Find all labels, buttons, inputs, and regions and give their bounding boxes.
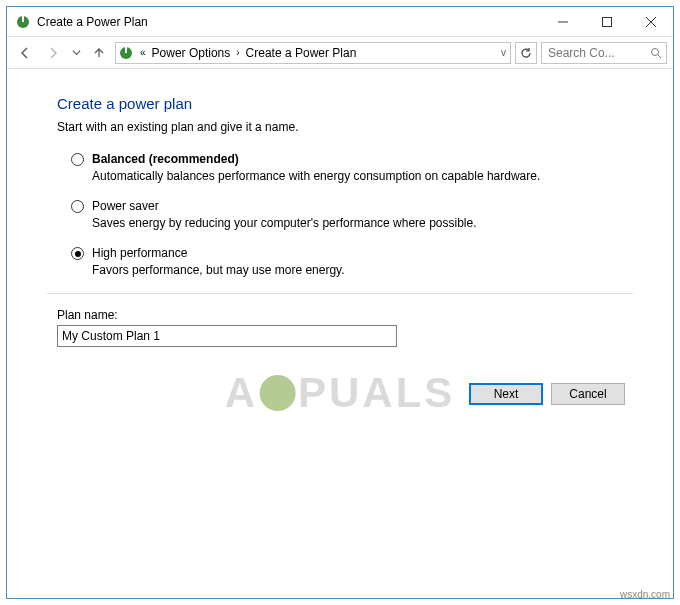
search-box[interactable] [541,42,667,64]
radio-high-performance[interactable] [71,247,84,260]
plan-title-balanced[interactable]: Balanced (recommended) [92,152,239,166]
window-title: Create a Power Plan [37,15,541,29]
plan-desc-high-performance: Favors performance, but may use more ene… [92,263,633,277]
svg-rect-3 [603,17,612,26]
navigation-bar: « Power Options › Create a Power Plan v [7,37,673,69]
address-dropdown-icon[interactable]: v [501,47,506,58]
search-icon [650,47,662,59]
power-options-icon [15,14,31,30]
page-heading: Create a power plan [57,95,633,112]
forward-button[interactable] [41,41,65,65]
cancel-button[interactable]: Cancel [551,383,625,405]
next-button[interactable]: Next [469,383,543,405]
recent-locations-button[interactable] [69,46,83,60]
window-controls [541,7,673,36]
refresh-button[interactable] [515,42,537,64]
footer-attribution: wsxdn.com [620,589,670,600]
content-area: A PUALS Create a power plan Start with a… [7,69,673,598]
radio-balanced[interactable] [71,153,84,166]
breadcrumb-power-options[interactable]: Power Options [152,46,231,60]
page-subheading: Start with an existing plan and give it … [57,120,633,134]
plan-title-high-performance[interactable]: High performance [92,246,187,260]
plan-name-input[interactable] [57,325,397,347]
svg-rect-7 [125,47,127,53]
minimize-button[interactable] [541,7,585,36]
window: Create a Power Plan [6,6,674,599]
plan-desc-power-saver: Saves energy by reducing your computer's… [92,216,633,230]
close-button[interactable] [629,7,673,36]
breadcrumb-separator-icon: › [236,47,239,58]
titlebar: Create a Power Plan [7,7,673,37]
breadcrumb-create-power-plan[interactable]: Create a Power Plan [246,46,357,60]
plan-option-high-performance: High performance Favors performance, but… [71,246,633,277]
svg-line-9 [658,55,661,58]
plan-option-power-saver: Power saver Saves energy by reducing you… [71,199,633,230]
back-button[interactable] [13,41,37,65]
search-input[interactable] [546,45,646,61]
plan-option-balanced: Balanced (recommended) Automatically bal… [71,152,633,183]
plan-desc-balanced: Automatically balances performance with … [92,169,633,183]
maximize-button[interactable] [585,7,629,36]
button-row: Next Cancel [47,383,633,405]
power-options-addr-icon [118,45,134,61]
breadcrumb-chevron-icon: « [140,47,146,58]
radio-power-saver[interactable] [71,200,84,213]
address-bar[interactable]: « Power Options › Create a Power Plan v [115,42,511,64]
plan-name-label: Plan name: [57,308,633,322]
svg-point-8 [652,48,659,55]
svg-rect-1 [22,16,24,22]
plan-name-section: Plan name: [47,308,633,347]
plan-title-power-saver[interactable]: Power saver [92,199,159,213]
up-button[interactable] [87,41,111,65]
divider [47,293,633,294]
